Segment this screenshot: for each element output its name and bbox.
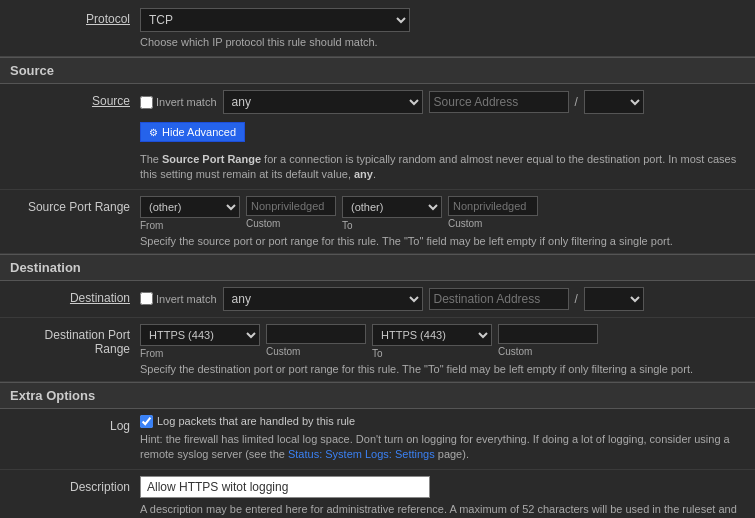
source-section-header: Source — [0, 57, 755, 84]
dest-to-label: To — [372, 348, 492, 359]
to-label: To — [342, 220, 442, 231]
source-port-from-select[interactable]: (other) — [140, 196, 240, 218]
from-custom-group: Custom — [246, 196, 336, 229]
source-port-range-label: Source Port Range — [10, 196, 140, 214]
dest-slash: / — [575, 292, 578, 306]
custom-label-to: Custom — [448, 218, 538, 229]
custom-label-from: Custom — [246, 218, 336, 229]
dest-port-range-label: Destination Port Range — [10, 324, 140, 356]
dest-to-port-group: HTTPS (443) To — [372, 324, 492, 359]
destination-link[interactable]: Destination — [70, 291, 130, 305]
info-text-bold: Source Port Range — [162, 153, 261, 165]
description-row: Description A description may be entered… — [0, 470, 755, 518]
dest-invert-checkbox-group: Invert match — [140, 292, 217, 305]
page-wrapper: Protocol TCP Choose which IP protocol th… — [0, 0, 755, 518]
dest-invert-checkbox[interactable] — [140, 292, 153, 305]
extra-options-section-header: Extra Options — [0, 382, 755, 409]
description-hint: A description may be entered here for ad… — [140, 502, 745, 518]
info-text-1: The — [140, 153, 162, 165]
hide-advanced-container: ⚙ Hide Advanced — [140, 122, 745, 148]
source-invert-checkbox-group: Invert match — [140, 96, 217, 109]
dest-any-select[interactable]: any — [223, 287, 423, 311]
dest-port-from-custom[interactable] — [266, 324, 366, 344]
destination-section-header: Destination — [0, 254, 755, 281]
source-port-hint: Specify the source port or port range fo… — [140, 235, 745, 247]
destination-label: Destination — [10, 287, 140, 305]
dest-port-range-row: HTTPS (443) From Custom HTTPS (443) To — [140, 324, 745, 359]
destination-port-range-row: Destination Port Range HTTPS (443) From … — [0, 318, 755, 382]
source-port-range-content: (other) From Custom (other) To Custom — [140, 196, 745, 247]
hide-advanced-label: Hide Advanced — [162, 126, 236, 138]
source-port-to-select[interactable]: (other) — [342, 196, 442, 218]
source-main-row: Invert match any / — [140, 90, 745, 114]
dest-port-hint: Specify the destination port or port ran… — [140, 363, 745, 375]
source-invert-checkbox[interactable] — [140, 96, 153, 109]
dest-from-label: From — [140, 348, 260, 359]
source-any-select[interactable]: any — [223, 90, 423, 114]
source-invert-label: Invert match — [156, 96, 217, 108]
dest-cidr-select[interactable] — [584, 287, 644, 311]
dest-port-to-custom[interactable] — [498, 324, 598, 344]
description-input[interactable] — [140, 476, 430, 498]
dest-port-from-select[interactable]: HTTPS (443) — [140, 324, 260, 346]
destination-form-row: Destination Invert match any / — [0, 281, 755, 318]
dest-custom-label-from: Custom — [266, 346, 366, 357]
protocol-link[interactable]: Protocol — [86, 12, 130, 26]
dest-from-port-group: HTTPS (443) From — [140, 324, 260, 359]
dest-from-custom-group: Custom — [266, 324, 366, 357]
hide-advanced-button[interactable]: ⚙ Hide Advanced — [140, 122, 245, 142]
source-link[interactable]: Source — [92, 94, 130, 108]
log-content: Log packets that are handled by this rul… — [140, 415, 745, 463]
source-port-to-custom[interactable] — [448, 196, 538, 216]
source-form-row: Source Invert match any / ⚙ — [0, 84, 755, 190]
dest-port-to-select[interactable]: HTTPS (443) — [372, 324, 492, 346]
source-port-from-custom[interactable] — [246, 196, 336, 216]
to-port-group: (other) To — [342, 196, 442, 231]
protocol-content: TCP Choose which IP protocol this rule s… — [140, 8, 745, 48]
source-slash: / — [575, 95, 578, 109]
log-checkbox-row: Log packets that are handled by this rul… — [140, 415, 745, 428]
info-text-3: . — [373, 168, 376, 180]
log-hint: Hint: the firewall has limited local log… — [140, 432, 745, 463]
from-port-group: (other) From — [140, 196, 240, 231]
log-row: Log Log packets that are handled by this… — [0, 409, 755, 470]
log-checkbox[interactable] — [140, 415, 153, 428]
log-hint-link[interactable]: Status: System Logs: Settings — [288, 448, 435, 460]
source-address-input[interactable] — [429, 91, 569, 113]
source-content: Invert match any / ⚙ Hide Advanced — [140, 90, 745, 183]
source-cidr-select[interactable] — [584, 90, 644, 114]
dest-to-custom-group: Custom — [498, 324, 598, 357]
log-hint-2: page). — [435, 448, 469, 460]
source-port-range-row: Source Port Range (other) From Custom (o… — [0, 190, 755, 254]
dest-custom-label-to: Custom — [498, 346, 598, 357]
log-checkbox-label: Log packets that are handled by this rul… — [157, 415, 355, 427]
dest-address-input[interactable] — [429, 288, 569, 310]
port-range-row: (other) From Custom (other) To Custom — [140, 196, 745, 231]
to-custom-group: Custom — [448, 196, 538, 229]
protocol-select[interactable]: TCP — [140, 8, 410, 32]
source-label: Source — [10, 90, 140, 108]
from-label: From — [140, 220, 240, 231]
gear-icon: ⚙ — [149, 127, 158, 138]
description-content: A description may be entered here for ad… — [140, 476, 745, 518]
protocol-row: Protocol TCP Choose which IP protocol th… — [0, 0, 755, 57]
log-label: Log — [10, 415, 140, 433]
destination-content: Invert match any / — [140, 287, 745, 311]
source-info-text: The Source Port Range for a connection i… — [140, 152, 745, 183]
dest-port-range-content: HTTPS (443) From Custom HTTPS (443) To — [140, 324, 745, 375]
protocol-hint: Choose which IP protocol this rule shoul… — [140, 36, 745, 48]
protocol-label: Protocol — [10, 8, 140, 26]
destination-main-row: Invert match any / — [140, 287, 745, 311]
info-text-bold2: any — [354, 168, 373, 180]
description-label: Description — [10, 476, 140, 494]
dest-invert-label: Invert match — [156, 293, 217, 305]
